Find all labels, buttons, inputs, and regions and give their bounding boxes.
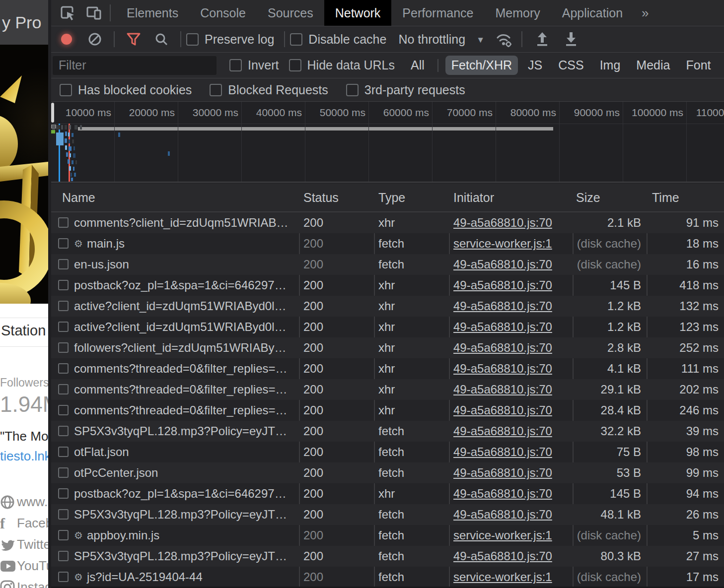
request-name[interactable]: postback?oz_pl=1&spa=1&ci=646297…: [74, 275, 297, 296]
external-link[interactable]: tiesto.lnk: [0, 449, 48, 464]
initiator-link[interactable]: 49-a5a68810.js:70: [453, 487, 552, 501]
row-checkbox[interactable]: [58, 405, 69, 415]
type-filter-js[interactable]: JS: [522, 56, 548, 75]
social-link-faceb[interactable]: fFaceb: [0, 513, 48, 534]
network-conditions-icon[interactable]: [495, 30, 513, 48]
table-row[interactable]: postback?oz_pl=1&spa=1&ci=646297…200xhr4…: [51, 275, 724, 296]
social-link-twitte[interactable]: Twitte: [0, 534, 48, 555]
initiator-link[interactable]: service-worker.js:1: [453, 237, 552, 251]
column-header-status[interactable]: Status: [303, 184, 339, 211]
tab-application[interactable]: Application: [551, 0, 634, 26]
initiator-link[interactable]: 49-a5a68810.js:70: [453, 216, 552, 230]
row-checkbox[interactable]: [58, 509, 69, 520]
tab-console[interactable]: Console: [189, 0, 257, 26]
table-row[interactable]: otFlat.json200fetch49-a5a68810.js:7075 B…: [51, 442, 724, 462]
request-name[interactable]: otFlat.json: [74, 442, 297, 462]
throttling-select[interactable]: No throttling: [398, 32, 465, 47]
type-filter-doc[interactable]: Doc: [721, 56, 724, 75]
blocked-requests-checkbox[interactable]: [210, 84, 222, 96]
initiator-link[interactable]: 49-a5a68810.js:70: [453, 258, 552, 271]
row-checkbox[interactable]: [58, 530, 69, 540]
request-name[interactable]: en-us.json: [74, 254, 297, 275]
request-name[interactable]: ⚙js?id=UA-2519404-44: [74, 567, 297, 588]
table-row[interactable]: followers?client_id=zdUqm51WRIABy…200xhr…: [51, 337, 724, 358]
initiator-link[interactable]: 49-a5a68810.js:70: [453, 466, 552, 480]
chevron-down-icon[interactable]: ▼: [476, 35, 485, 45]
type-filter-media[interactable]: Media: [630, 56, 676, 75]
column-header-initiator[interactable]: Initiator: [453, 184, 494, 211]
request-name[interactable]: active?client_id=zdUqm51WRIAByd0l…: [74, 317, 297, 337]
disable-cache-checkbox[interactable]: [290, 33, 302, 46]
request-name[interactable]: postback?oz_pl=1&spa=1&ci=646297…: [74, 483, 297, 504]
type-filter-font[interactable]: Font: [680, 56, 717, 75]
request-name[interactable]: ⚙main.js: [74, 233, 297, 254]
row-checkbox[interactable]: [58, 447, 69, 457]
initiator-link[interactable]: 49-a5a68810.js:70: [453, 383, 552, 396]
initiator-link[interactable]: 49-a5a68810.js:70: [453, 403, 552, 417]
row-checkbox[interactable]: [58, 572, 69, 582]
column-header-name[interactable]: Name: [62, 184, 95, 211]
initiator-link[interactable]: 49-a5a68810.js:70: [453, 362, 552, 376]
request-name[interactable]: followers?client_id=zdUqm51WRIABy…: [74, 337, 297, 358]
table-row[interactable]: ⚙main.js200fetchservice-worker.js:1(disk…: [51, 233, 724, 254]
row-checkbox[interactable]: [58, 363, 69, 374]
row-checkbox[interactable]: [58, 280, 69, 290]
row-checkbox[interactable]: [58, 342, 69, 353]
tab-network[interactable]: Network: [324, 0, 392, 26]
social-link-instag[interactable]: Instag: [0, 577, 48, 588]
record-network-log-button[interactable]: [61, 34, 72, 45]
request-name[interactable]: comments?threaded=0&filter_replies=…: [74, 400, 297, 421]
tab-elements[interactable]: Elements: [116, 0, 189, 26]
table-row[interactable]: otPcCenter.json200fetch49-a5a68810.js:70…: [51, 462, 724, 483]
tab-performance[interactable]: Performance: [391, 0, 484, 26]
table-row[interactable]: comments?threaded=0&filter_replies=…200x…: [51, 400, 724, 421]
hide-data-urls-checkbox[interactable]: [289, 59, 301, 71]
request-name[interactable]: comments?threaded=0&filter_replies=…: [74, 379, 297, 400]
filter-icon[interactable]: [126, 31, 142, 47]
request-name[interactable]: active?client_id=zdUqm51WRIAByd0l…: [74, 296, 297, 317]
initiator-link[interactable]: 49-a5a68810.js:70: [453, 278, 552, 292]
initiator-link[interactable]: 49-a5a68810.js:70: [453, 508, 552, 522]
filter-input[interactable]: [53, 56, 217, 75]
row-checkbox[interactable]: [58, 301, 69, 311]
row-checkbox[interactable]: [58, 238, 69, 249]
station-link[interactable]: Station: [1, 323, 46, 339]
social-link-youtu[interactable]: YouTu: [0, 555, 48, 577]
column-header-type[interactable]: Type: [378, 184, 405, 211]
tab-sources[interactable]: Sources: [257, 0, 324, 26]
initiator-link[interactable]: 49-a5a68810.js:70: [453, 445, 552, 459]
more-tabs-button[interactable]: »: [634, 0, 656, 26]
search-icon[interactable]: [153, 31, 169, 47]
request-name[interactable]: comments?client_id=zdUqm51WRIAB…: [74, 212, 297, 233]
preserve-log-checkbox[interactable]: [186, 33, 199, 46]
request-name[interactable]: SP5X3v3tyqPL.128.mp3?Policy=eyJT…: [74, 546, 297, 567]
social-link-www[interactable]: www.: [0, 491, 48, 513]
initiator-link[interactable]: 49-a5a68810.js:70: [453, 341, 552, 355]
initiator-link[interactable]: 49-a5a68810.js:70: [453, 299, 552, 313]
type-filter-img[interactable]: Img: [594, 56, 627, 75]
import-har-icon[interactable]: [534, 31, 550, 48]
row-checkbox[interactable]: [58, 259, 69, 269]
column-header-size[interactable]: Size: [576, 184, 600, 211]
table-row[interactable]: SP5X3v3tyqPL.128.mp3?Policy=eyJT…200fetc…: [51, 504, 724, 525]
table-row[interactable]: comments?threaded=0&filter_replies=…200x…: [51, 379, 724, 400]
initiator-link[interactable]: service-worker.js:1: [453, 570, 552, 584]
table-row[interactable]: active?client_id=zdUqm51WRIAByd0l…200xhr…: [51, 317, 724, 337]
type-filter-fetchxhr[interactable]: Fetch/XHR: [445, 56, 518, 75]
request-name[interactable]: comments?threaded=0&filter_replies=…: [74, 358, 297, 379]
row-checkbox[interactable]: [58, 488, 69, 499]
type-filter-all[interactable]: All: [405, 56, 431, 75]
table-row[interactable]: active?client_id=zdUqm51WRIAByd0l…200xhr…: [51, 296, 724, 317]
device-toolbar-icon[interactable]: [85, 4, 103, 22]
row-checkbox[interactable]: [58, 551, 69, 561]
table-row[interactable]: ⚙js?id=UA-2519404-44200fetchservice-work…: [51, 567, 724, 588]
initiator-link[interactable]: 49-a5a68810.js:70: [453, 424, 552, 438]
request-name[interactable]: SP5X3v3tyqPL.128.mp3?Policy=eyJT…: [74, 504, 297, 525]
table-row[interactable]: postback?oz_pl=1&spa=1&ci=646297…200xhr4…: [51, 483, 724, 504]
tab-memory[interactable]: Memory: [484, 0, 551, 26]
row-checkbox[interactable]: [58, 426, 69, 436]
network-overview-timeline[interactable]: 10000 ms20000 ms30000 ms40000 ms50000 ms…: [51, 102, 724, 183]
table-row[interactable]: comments?client_id=zdUqm51WRIAB…200xhr49…: [51, 212, 724, 233]
type-filter-css[interactable]: CSS: [552, 56, 589, 75]
try-pro-label[interactable]: y Pro: [2, 13, 41, 32]
